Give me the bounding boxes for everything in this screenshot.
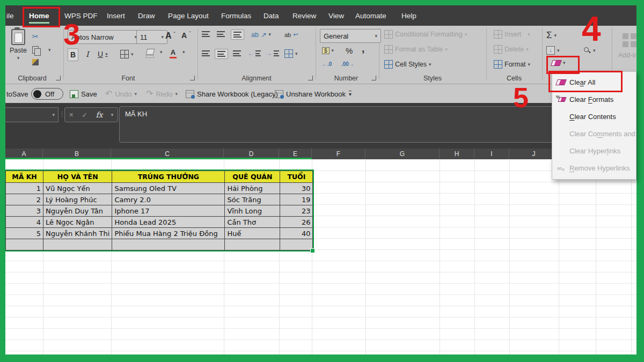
table-header-cell[interactable]: TUỔI (280, 171, 313, 183)
wrap-text-button[interactable]: ab↩ (284, 31, 298, 38)
table-cell[interactable]: 4 (6, 217, 43, 228)
table-cell[interactable]: 5 (6, 228, 43, 239)
table-cell[interactable] (225, 239, 280, 250)
column-header-F[interactable]: F (312, 149, 365, 159)
share-workbook-button[interactable]: Share Workbook (Legacy) (186, 84, 278, 104)
font-color-button[interactable]: A (170, 48, 177, 58)
table-cell[interactable]: Lý Hoàng Phúc (43, 194, 112, 205)
fill-handle[interactable] (310, 248, 315, 253)
column-header-H[interactable]: H (440, 149, 474, 159)
data-table[interactable]: MÃ KHHỌ VÀ TÊNTRÚNG THƯỞNGQUÊ QUÁNTUỔI1V… (5, 171, 313, 250)
top-align-button[interactable] (202, 31, 210, 37)
table-cell[interactable]: Huế (225, 228, 280, 239)
format-painter-button[interactable] (32, 59, 39, 65)
table-cell[interactable]: 26 (280, 217, 313, 228)
cut-button[interactable]: ✂ (32, 32, 39, 41)
font-color-chevron[interactable]: ▾ (182, 50, 185, 55)
comma-style-button[interactable]: , (362, 43, 364, 55)
tab-ile[interactable]: ile (6, 10, 14, 23)
align-left-button[interactable] (202, 50, 210, 56)
cancel-icon[interactable]: × (69, 110, 74, 119)
column-header-I[interactable]: I (474, 149, 509, 159)
merge-center-button[interactable]: ▾ (284, 49, 298, 58)
table-header-cell[interactable]: HỌ VÀ TÊN (43, 171, 112, 183)
tab-formulas[interactable]: Formulas (221, 10, 251, 23)
unshare-workbook-button[interactable]: Unshare Workbook (275, 84, 346, 104)
table-cell[interactable]: Hải Phòng (225, 183, 280, 194)
table-cell[interactable]: Vũ Ngọc Yến (43, 183, 112, 194)
autosave-toggle[interactable]: Off (31, 84, 63, 104)
copy-button[interactable]: ▾ (32, 46, 51, 54)
clipboard-dialog-launcher-icon[interactable] (56, 76, 61, 80)
orientation-button[interactable]: ab↗▾ (251, 31, 271, 39)
fill-button[interactable]: ↓▾ (546, 46, 560, 55)
table-header-cell[interactable]: QUÊ QUÁN (225, 171, 280, 183)
name-box[interactable]: ▾ (5, 107, 58, 122)
table-cell[interactable]: Samsung Oled TV (112, 183, 225, 194)
table-header-cell[interactable]: TRÚNG THƯỞNG (112, 171, 225, 183)
table-cell[interactable]: 1 (6, 183, 43, 194)
tab-data[interactable]: Data (264, 10, 279, 23)
tab-review[interactable]: Review (292, 10, 316, 23)
paste-button[interactable]: Paste ▾ (10, 29, 27, 61)
fill-color-chevron[interactable]: ▾ (160, 50, 163, 55)
table-cell[interactable] (280, 239, 313, 250)
save-button[interactable]: Save (70, 84, 97, 104)
align-center-button[interactable] (215, 49, 228, 59)
table-cell[interactable]: 30 (280, 183, 313, 194)
table-cell[interactable]: Camry 2.0 (112, 194, 225, 205)
tab-help[interactable]: Help (401, 10, 416, 23)
table-cell[interactable]: 40 (280, 228, 313, 239)
table-cell[interactable]: Honda Lead 2025 (112, 217, 225, 228)
insert-function-icon[interactable]: fx (96, 110, 103, 119)
font-size-combobox[interactable]: 11▾ (136, 30, 167, 44)
fill-color-button[interactable] (146, 49, 154, 58)
italic-button[interactable]: I (86, 50, 89, 58)
table-cell[interactable] (6, 239, 43, 250)
increase-indent-button[interactable]: → (266, 50, 279, 56)
tab-insert[interactable]: Insert (107, 10, 125, 23)
tab-automate[interactable]: Automate (355, 10, 386, 23)
menu-item-clear-formats[interactable]: %Clear Formats (552, 91, 636, 108)
table-cell[interactable] (43, 239, 112, 250)
table-cell[interactable]: Phiếu Mua Hàng 2 Triệu Đồng (112, 228, 225, 239)
table-cell[interactable] (112, 239, 225, 250)
percent-style-button[interactable]: % (346, 46, 353, 55)
table-cell[interactable]: Iphone 17 (112, 205, 225, 217)
decrease-indent-button[interactable]: ← (248, 50, 261, 56)
table-cell[interactable]: 23 (280, 205, 313, 217)
borders-button[interactable]: ▾ (120, 50, 134, 58)
add-ins-button[interactable]: Add-ins (618, 33, 636, 59)
formula-input[interactable]: MÃ KH (119, 106, 558, 143)
tab-page-layout[interactable]: Page Layout (168, 10, 209, 23)
table-header-cell[interactable]: MÃ KH (6, 171, 43, 183)
increase-decimal-button[interactable]: ←.0 (322, 61, 332, 67)
increase-font-button[interactable]: Aˆ (165, 31, 175, 41)
table-cell[interactable]: 19 (280, 194, 313, 205)
align-right-button[interactable] (233, 50, 241, 56)
font-dialog-launcher-icon[interactable] (190, 76, 195, 80)
middle-align-button[interactable] (217, 31, 225, 37)
decrease-font-button[interactable]: Aˇ (181, 31, 191, 40)
autosum-button[interactable]: Σ▾ (546, 30, 557, 41)
decrease-decimal-button[interactable]: .00→ (341, 61, 354, 67)
bottom-align-button[interactable] (231, 29, 244, 40)
table-cell[interactable]: 3 (6, 205, 43, 217)
number-format-combobox[interactable]: General▾ (320, 29, 381, 43)
menu-item-clear-contents[interactable]: Clear Contents (552, 108, 636, 125)
table-cell[interactable]: Vĩnh Long (225, 205, 280, 217)
table-cell[interactable]: Nguyễn Duy Tân (43, 205, 112, 217)
table-cell[interactable]: Nguyễn Khánh Thi (43, 228, 112, 239)
customize-qat-button[interactable]: ▾ (349, 84, 352, 104)
table-cell[interactable]: Lê Ngọc Ngân (43, 217, 112, 228)
tab-view[interactable]: View (328, 10, 344, 23)
accounting-format-button[interactable]: $▾ (322, 47, 334, 54)
number-dialog-launcher-icon[interactable] (371, 76, 376, 80)
underline-button[interactable]: U▾ (98, 50, 108, 58)
table-cell[interactable]: 2 (6, 194, 43, 205)
table-cell[interactable]: Cần Thơ (225, 217, 280, 228)
alignment-dialog-launcher-icon[interactable] (308, 76, 313, 80)
table-cell[interactable]: Sóc Trăng (225, 194, 280, 205)
format-cells-button[interactable]: Format▾ (494, 60, 530, 69)
enter-icon[interactable]: ✓ (82, 111, 87, 119)
